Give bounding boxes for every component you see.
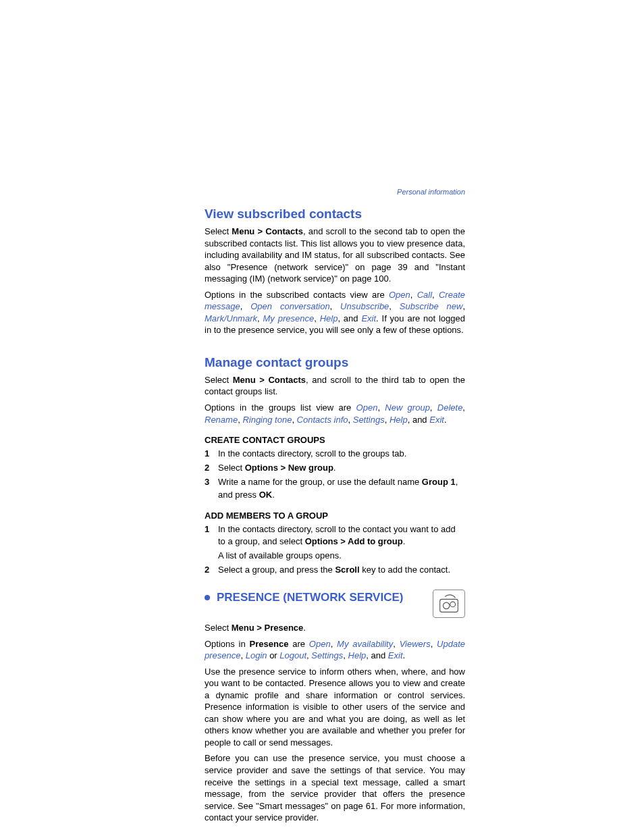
option-link[interactable]: Exit xyxy=(388,650,403,660)
option-link[interactable]: Logout xyxy=(279,650,306,660)
option-link[interactable]: Unsubscribe xyxy=(340,301,389,311)
option-link[interactable]: Delete xyxy=(437,402,463,413)
list-item-sub: A list of available groups opens. xyxy=(218,550,465,562)
list-item: 3Write a name for the group, or use the … xyxy=(205,476,465,500)
list-item: 2Select Options > New group. xyxy=(205,462,465,474)
option-link[interactable]: Settings xyxy=(353,415,385,425)
option-link[interactable]: New group xyxy=(385,402,430,413)
presence-icon xyxy=(433,590,465,618)
heading-manage-groups: Manage contact groups xyxy=(205,355,465,370)
paragraph: Use the presence service to inform other… xyxy=(205,666,465,749)
option-link[interactable]: My availability xyxy=(337,639,393,649)
header-section-link[interactable]: Personal information xyxy=(397,188,465,196)
paragraph: Before you can use the presence service,… xyxy=(205,752,465,823)
list-item: 1In the contacts directory, scroll to th… xyxy=(205,523,465,548)
option-link[interactable]: Open xyxy=(356,402,378,413)
option-link[interactable]: Help xyxy=(348,650,367,660)
paragraph: Options in the groups list view are Open… xyxy=(205,402,465,425)
option-link[interactable]: Help xyxy=(390,415,408,425)
option-link[interactable]: Open xyxy=(309,639,331,649)
list-item: 1In the contacts directory, scroll to th… xyxy=(205,448,465,460)
heading-view-subscribed: View subscribed contacts xyxy=(205,207,465,221)
option-link[interactable]: Exit xyxy=(361,313,376,323)
option-link[interactable]: Ringing tone xyxy=(242,415,292,425)
option-link[interactable]: Settings xyxy=(311,650,343,660)
option-link[interactable]: Mark/Unmark xyxy=(205,313,257,323)
option-link[interactable]: Viewers xyxy=(400,639,431,649)
option-link[interactable]: Open xyxy=(389,290,410,300)
bullet-icon xyxy=(205,595,210,600)
option-link[interactable]: Exit xyxy=(429,415,444,425)
heading-presence: PRESENCE (NETWORK SERVICE) xyxy=(205,591,465,618)
option-link[interactable]: Login xyxy=(246,650,267,660)
paragraph: Select Menu > Presence. xyxy=(205,622,465,634)
paragraph: Select Menu > Contacts, and scroll to th… xyxy=(205,226,465,285)
svg-point-2 xyxy=(450,602,456,607)
list-item: 2Select a group, and press the Scroll ke… xyxy=(205,564,465,576)
paragraph: Options in Presence are Open, My availab… xyxy=(205,638,465,662)
option-link[interactable]: Help xyxy=(320,313,338,323)
option-link[interactable]: My presence xyxy=(263,313,314,323)
subheading-create-groups: CREATE CONTACT GROUPS xyxy=(205,435,465,445)
option-link[interactable]: Open conversation xyxy=(250,301,329,311)
svg-point-1 xyxy=(443,602,450,609)
option-link[interactable]: Subscribe new xyxy=(400,301,463,311)
paragraph: Options in the subscribed contacts view … xyxy=(205,289,465,336)
option-link[interactable]: Contacts info xyxy=(297,415,348,425)
option-link[interactable]: Rename xyxy=(205,415,238,425)
paragraph: Select Menu > Contacts, and scroll to th… xyxy=(205,374,465,398)
subheading-add-members: ADD MEMBERS TO A GROUP xyxy=(205,511,465,521)
option-link[interactable]: Call xyxy=(417,290,432,300)
